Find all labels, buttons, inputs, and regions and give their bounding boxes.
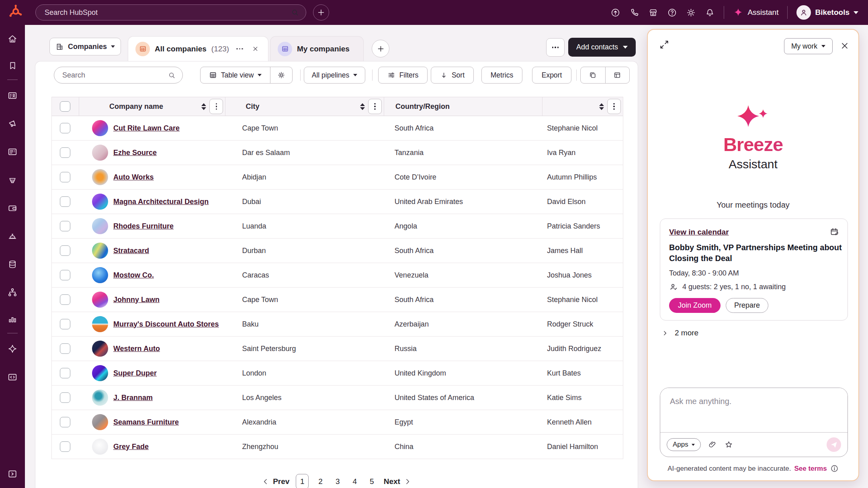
company-name-link[interactable]: J. Brannam — [113, 394, 153, 402]
tab-all-companies[interactable]: All companies (123) — [128, 36, 268, 61]
row-checkbox[interactable] — [60, 245, 70, 256]
select-all-checkbox[interactable] — [60, 101, 70, 112]
sidebar-expand-button[interactable] — [0, 469, 25, 479]
settings-icon[interactable] — [686, 8, 696, 18]
metrics-button[interactable]: Metrics — [481, 67, 522, 84]
sort-button[interactable]: Sort — [431, 67, 474, 84]
info-icon[interactable] — [830, 464, 839, 473]
table-search[interactable] — [54, 67, 183, 84]
sidebar-item-reporting[interactable] — [0, 306, 25, 331]
prepare-button[interactable]: Prepare — [726, 298, 768, 313]
apps-dropdown[interactable]: Apps — [667, 438, 701, 451]
pipelines-filter-button[interactable]: All pipelines — [304, 67, 365, 84]
assistant-button[interactable]: Assistant — [733, 7, 778, 18]
column-header-company-name[interactable]: Company name — [109, 102, 163, 111]
more-meetings-toggle[interactable]: 2 more — [661, 329, 698, 337]
export-button[interactable]: Export — [532, 67, 571, 84]
tab-my-companies[interactable]: My companies — [270, 36, 364, 61]
row-checkbox[interactable] — [60, 368, 70, 378]
row-checkbox[interactable] — [60, 319, 70, 329]
company-name-link[interactable]: Western Auto — [113, 345, 160, 353]
company-name-link[interactable]: Seamans Furniture — [113, 418, 179, 427]
board-view-button[interactable] — [605, 67, 630, 83]
sort-arrows[interactable] — [360, 103, 365, 110]
sort-arrows[interactable] — [599, 103, 604, 110]
row-checkbox[interactable] — [60, 172, 70, 182]
help-icon[interactable] — [667, 8, 677, 18]
company-name-link[interactable]: Johnny Lawn — [113, 296, 160, 304]
global-search[interactable] — [35, 4, 306, 20]
company-name-link[interactable]: Stratacard — [113, 247, 149, 255]
column-options-button[interactable] — [209, 99, 223, 114]
add-view-button[interactable] — [372, 40, 389, 57]
row-checkbox[interactable] — [60, 417, 70, 427]
row-checkbox[interactable] — [60, 441, 70, 452]
sidebar-item-breeze[interactable] — [0, 335, 25, 363]
company-name-link[interactable]: Ezhe Source — [113, 149, 157, 157]
assistant-chat-input[interactable] — [660, 388, 848, 432]
page-1-current[interactable]: 1 — [296, 474, 309, 488]
star-icon[interactable] — [724, 440, 733, 449]
sidebar-item-payments[interactable] — [0, 194, 25, 222]
tab-close-icon[interactable] — [252, 45, 259, 52]
sidebar-item-bookmarks[interactable] — [0, 53, 25, 78]
column-header-country[interactable]: Country/Region — [395, 102, 450, 111]
column-options-button[interactable] — [607, 99, 621, 114]
sidebar-item-service[interactable] — [0, 222, 25, 250]
company-name-link[interactable]: Super Duper — [113, 369, 157, 378]
company-name-link[interactable]: Grey Fade — [113, 443, 149, 451]
send-button[interactable] — [827, 437, 841, 452]
see-terms-link[interactable]: See terms — [794, 465, 827, 473]
paperclip-icon[interactable] — [708, 440, 717, 449]
table-search-input[interactable] — [62, 71, 168, 80]
row-checkbox[interactable] — [60, 392, 70, 403]
page-3[interactable]: 3 — [332, 476, 343, 488]
row-checkbox[interactable] — [60, 270, 70, 280]
global-search-input[interactable] — [45, 8, 291, 17]
page-2[interactable]: 2 — [315, 476, 326, 488]
sidebar-item-home[interactable] — [0, 25, 25, 53]
column-options-button[interactable] — [368, 99, 382, 114]
company-name-link[interactable]: Auto Works — [113, 173, 154, 182]
sidebar-item-commerce[interactable] — [0, 166, 25, 194]
my-work-dropdown[interactable]: My work — [784, 38, 833, 54]
company-name-link[interactable]: Magna Architectural Design — [113, 198, 209, 206]
copilot-upgrade-icon[interactable] — [610, 8, 620, 18]
marketplace-icon[interactable] — [648, 8, 658, 18]
view-in-calendar-link[interactable]: View in calendar — [669, 228, 729, 236]
expand-panel-icon[interactable] — [659, 39, 669, 50]
object-switcher-companies[interactable]: Companies — [49, 38, 121, 55]
table-view-selector[interactable]: Table view — [201, 67, 270, 83]
calendar-edit-icon[interactable] — [830, 227, 839, 237]
column-header-city[interactable]: City — [246, 102, 259, 111]
notifications-icon[interactable] — [705, 8, 715, 18]
row-checkbox[interactable] — [60, 147, 70, 158]
sidebar-item-crm[interactable] — [0, 82, 25, 110]
sidebar-item-data[interactable] — [0, 250, 25, 278]
next-page-button[interactable]: Next — [384, 477, 411, 486]
hubspot-logo-icon[interactable] — [6, 4, 24, 21]
row-checkbox[interactable] — [60, 343, 70, 354]
sidebar-item-development[interactable] — [0, 363, 25, 391]
add-contacts-button[interactable]: Add contacts — [568, 38, 636, 57]
page-4[interactable]: 4 — [350, 476, 360, 488]
company-name-link[interactable]: Mostow Co. — [113, 271, 154, 280]
page-5[interactable]: 5 — [366, 476, 377, 488]
close-panel-icon[interactable] — [840, 41, 850, 51]
company-name-link[interactable]: Rhodes Furniture — [113, 222, 174, 231]
sidebar-item-automation[interactable] — [0, 278, 25, 306]
tab-options-icon[interactable] — [236, 48, 243, 50]
company-name-link[interactable]: Cut Rite Lawn Care — [113, 124, 180, 133]
company-name-link[interactable]: Murray's Discount Auto Stores — [113, 320, 219, 329]
row-checkbox[interactable] — [60, 123, 70, 133]
prev-page-button[interactable]: Prev — [262, 477, 289, 486]
view-more-options-button[interactable] — [546, 38, 565, 57]
create-button[interactable] — [313, 4, 329, 20]
row-checkbox[interactable] — [60, 294, 70, 305]
view-settings-button[interactable] — [270, 67, 292, 83]
account-menu[interactable]: Biketools — [796, 5, 858, 20]
join-zoom-button[interactable]: Join Zoom — [669, 298, 721, 313]
sidebar-item-marketing[interactable] — [0, 110, 25, 138]
filters-button[interactable]: Filters — [378, 67, 428, 84]
sort-arrows[interactable] — [201, 103, 206, 110]
